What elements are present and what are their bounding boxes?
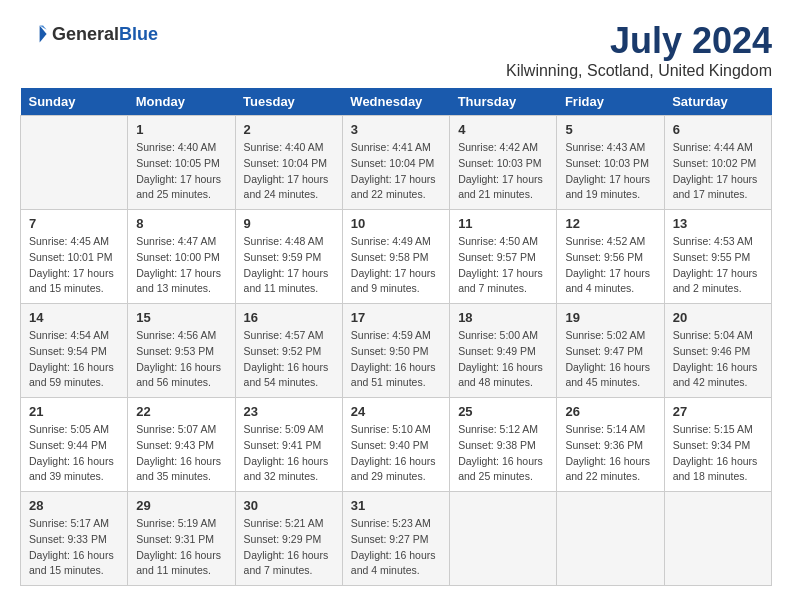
day-info: Sunrise: 4:50 AMSunset: 9:57 PMDaylight:… <box>458 234 548 297</box>
day-number: 22 <box>136 404 226 419</box>
day-header-tuesday: Tuesday <box>235 88 342 116</box>
day-number: 20 <box>673 310 763 325</box>
calendar-cell: 1Sunrise: 4:40 AMSunset: 10:05 PMDayligh… <box>128 116 235 210</box>
calendar-cell: 4Sunrise: 4:42 AMSunset: 10:03 PMDayligh… <box>450 116 557 210</box>
day-number: 6 <box>673 122 763 137</box>
location-title: Kilwinning, Scotland, United Kingdom <box>506 62 772 80</box>
day-number: 23 <box>244 404 334 419</box>
calendar-cell <box>21 116 128 210</box>
day-number: 25 <box>458 404 548 419</box>
calendar-cell: 15Sunrise: 4:56 AMSunset: 9:53 PMDayligh… <box>128 304 235 398</box>
week-row-3: 14Sunrise: 4:54 AMSunset: 9:54 PMDayligh… <box>21 304 772 398</box>
calendar-cell: 30Sunrise: 5:21 AMSunset: 9:29 PMDayligh… <box>235 492 342 586</box>
calendar-header-row: SundayMondayTuesdayWednesdayThursdayFrid… <box>21 88 772 116</box>
day-number: 21 <box>29 404 119 419</box>
header: GeneralBlue July 2024 Kilwinning, Scotla… <box>20 20 772 80</box>
day-info: Sunrise: 4:41 AMSunset: 10:04 PMDaylight… <box>351 140 441 203</box>
calendar-cell: 25Sunrise: 5:12 AMSunset: 9:38 PMDayligh… <box>450 398 557 492</box>
calendar-cell: 8Sunrise: 4:47 AMSunset: 10:00 PMDayligh… <box>128 210 235 304</box>
day-info: Sunrise: 4:45 AMSunset: 10:01 PMDaylight… <box>29 234 119 297</box>
day-number: 31 <box>351 498 441 513</box>
day-number: 28 <box>29 498 119 513</box>
day-number: 16 <box>244 310 334 325</box>
calendar-cell <box>450 492 557 586</box>
day-header-monday: Monday <box>128 88 235 116</box>
day-info: Sunrise: 4:40 AMSunset: 10:04 PMDaylight… <box>244 140 334 203</box>
day-number: 3 <box>351 122 441 137</box>
day-info: Sunrise: 4:48 AMSunset: 9:59 PMDaylight:… <box>244 234 334 297</box>
title-area: July 2024 Kilwinning, Scotland, United K… <box>506 20 772 80</box>
day-number: 26 <box>565 404 655 419</box>
day-info: Sunrise: 5:21 AMSunset: 9:29 PMDaylight:… <box>244 516 334 579</box>
calendar-cell: 26Sunrise: 5:14 AMSunset: 9:36 PMDayligh… <box>557 398 664 492</box>
calendar-cell: 10Sunrise: 4:49 AMSunset: 9:58 PMDayligh… <box>342 210 449 304</box>
calendar-cell: 7Sunrise: 4:45 AMSunset: 10:01 PMDayligh… <box>21 210 128 304</box>
day-info: Sunrise: 5:19 AMSunset: 9:31 PMDaylight:… <box>136 516 226 579</box>
calendar-cell: 5Sunrise: 4:43 AMSunset: 10:03 PMDayligh… <box>557 116 664 210</box>
week-row-2: 7Sunrise: 4:45 AMSunset: 10:01 PMDayligh… <box>21 210 772 304</box>
calendar-cell: 14Sunrise: 4:54 AMSunset: 9:54 PMDayligh… <box>21 304 128 398</box>
week-row-5: 28Sunrise: 5:17 AMSunset: 9:33 PMDayligh… <box>21 492 772 586</box>
day-number: 14 <box>29 310 119 325</box>
day-number: 27 <box>673 404 763 419</box>
day-number: 9 <box>244 216 334 231</box>
day-info: Sunrise: 4:53 AMSunset: 9:55 PMDaylight:… <box>673 234 763 297</box>
calendar-cell: 13Sunrise: 4:53 AMSunset: 9:55 PMDayligh… <box>664 210 771 304</box>
calendar-cell: 21Sunrise: 5:05 AMSunset: 9:44 PMDayligh… <box>21 398 128 492</box>
day-info: Sunrise: 4:43 AMSunset: 10:03 PMDaylight… <box>565 140 655 203</box>
day-number: 1 <box>136 122 226 137</box>
day-number: 7 <box>29 216 119 231</box>
week-row-4: 21Sunrise: 5:05 AMSunset: 9:44 PMDayligh… <box>21 398 772 492</box>
calendar-cell: 17Sunrise: 4:59 AMSunset: 9:50 PMDayligh… <box>342 304 449 398</box>
calendar-cell: 12Sunrise: 4:52 AMSunset: 9:56 PMDayligh… <box>557 210 664 304</box>
day-number: 24 <box>351 404 441 419</box>
day-number: 5 <box>565 122 655 137</box>
day-info: Sunrise: 4:44 AMSunset: 10:02 PMDaylight… <box>673 140 763 203</box>
day-number: 10 <box>351 216 441 231</box>
day-info: Sunrise: 4:56 AMSunset: 9:53 PMDaylight:… <box>136 328 226 391</box>
logo-icon <box>20 20 48 48</box>
calendar-cell: 19Sunrise: 5:02 AMSunset: 9:47 PMDayligh… <box>557 304 664 398</box>
svg-marker-0 <box>40 26 47 43</box>
calendar-body: 1Sunrise: 4:40 AMSunset: 10:05 PMDayligh… <box>21 116 772 586</box>
day-info: Sunrise: 4:57 AMSunset: 9:52 PMDaylight:… <box>244 328 334 391</box>
calendar-cell: 27Sunrise: 5:15 AMSunset: 9:34 PMDayligh… <box>664 398 771 492</box>
day-info: Sunrise: 4:47 AMSunset: 10:00 PMDaylight… <box>136 234 226 297</box>
logo-blue-text: Blue <box>119 24 158 44</box>
calendar-cell: 23Sunrise: 5:09 AMSunset: 9:41 PMDayligh… <box>235 398 342 492</box>
calendar-cell: 20Sunrise: 5:04 AMSunset: 9:46 PMDayligh… <box>664 304 771 398</box>
day-number: 19 <box>565 310 655 325</box>
day-number: 30 <box>244 498 334 513</box>
day-header-friday: Friday <box>557 88 664 116</box>
day-number: 11 <box>458 216 548 231</box>
day-number: 4 <box>458 122 548 137</box>
calendar-cell: 9Sunrise: 4:48 AMSunset: 9:59 PMDaylight… <box>235 210 342 304</box>
day-info: Sunrise: 5:10 AMSunset: 9:40 PMDaylight:… <box>351 422 441 485</box>
day-info: Sunrise: 5:14 AMSunset: 9:36 PMDaylight:… <box>565 422 655 485</box>
calendar-cell: 3Sunrise: 4:41 AMSunset: 10:04 PMDayligh… <box>342 116 449 210</box>
calendar-cell: 6Sunrise: 4:44 AMSunset: 10:02 PMDayligh… <box>664 116 771 210</box>
calendar-cell: 2Sunrise: 4:40 AMSunset: 10:04 PMDayligh… <box>235 116 342 210</box>
day-number: 12 <box>565 216 655 231</box>
day-number: 13 <box>673 216 763 231</box>
calendar-cell: 18Sunrise: 5:00 AMSunset: 9:49 PMDayligh… <box>450 304 557 398</box>
day-header-saturday: Saturday <box>664 88 771 116</box>
calendar-cell <box>557 492 664 586</box>
day-number: 2 <box>244 122 334 137</box>
day-header-thursday: Thursday <box>450 88 557 116</box>
day-header-sunday: Sunday <box>21 88 128 116</box>
month-title: July 2024 <box>506 20 772 62</box>
day-info: Sunrise: 4:59 AMSunset: 9:50 PMDaylight:… <box>351 328 441 391</box>
day-info: Sunrise: 4:42 AMSunset: 10:03 PMDaylight… <box>458 140 548 203</box>
day-info: Sunrise: 5:15 AMSunset: 9:34 PMDaylight:… <box>673 422 763 485</box>
day-info: Sunrise: 4:40 AMSunset: 10:05 PMDaylight… <box>136 140 226 203</box>
day-info: Sunrise: 5:02 AMSunset: 9:47 PMDaylight:… <box>565 328 655 391</box>
logo-general-text: General <box>52 24 119 44</box>
day-info: Sunrise: 4:54 AMSunset: 9:54 PMDaylight:… <box>29 328 119 391</box>
calendar-cell: 29Sunrise: 5:19 AMSunset: 9:31 PMDayligh… <box>128 492 235 586</box>
day-info: Sunrise: 5:17 AMSunset: 9:33 PMDaylight:… <box>29 516 119 579</box>
day-info: Sunrise: 5:23 AMSunset: 9:27 PMDaylight:… <box>351 516 441 579</box>
calendar-cell <box>664 492 771 586</box>
day-info: Sunrise: 4:49 AMSunset: 9:58 PMDaylight:… <box>351 234 441 297</box>
day-info: Sunrise: 5:09 AMSunset: 9:41 PMDaylight:… <box>244 422 334 485</box>
